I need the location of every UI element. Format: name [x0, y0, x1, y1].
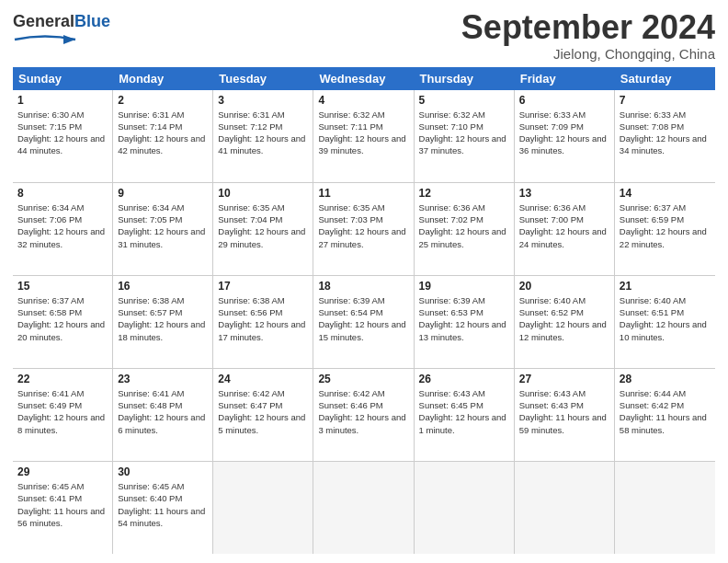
calendar-cell: 20 Sunrise: 6:40 AM Sunset: 6:52 PM Dayl… — [515, 276, 615, 368]
day-number: 14 — [620, 187, 711, 200]
calendar-cell: 19 Sunrise: 6:39 AM Sunset: 6:53 PM Dayl… — [415, 276, 515, 368]
day-number: 23 — [118, 373, 208, 385]
month-title: September 2024 — [461, 9, 715, 46]
sunrise-text: Sunrise: 6:30 AM — [17, 109, 108, 121]
day-number: 5 — [419, 94, 509, 107]
sunset-text: Sunset: 7:15 PM — [17, 121, 108, 132]
daylight-text: Daylight: 12 hours and 10 minutes. — [620, 318, 711, 343]
daylight-text: Daylight: 12 hours and 1 minute. — [419, 411, 509, 436]
daylight-text: Daylight: 12 hours and 12 minutes. — [519, 318, 609, 343]
calendar-row: 1 Sunrise: 6:30 AM Sunset: 7:15 PM Dayli… — [13, 90, 715, 183]
daylight-text: Daylight: 12 hours and 36 minutes. — [519, 132, 609, 157]
calendar-cell: 11 Sunrise: 6:35 AM Sunset: 7:03 PM Dayl… — [313, 183, 414, 275]
day-number: 6 — [519, 94, 609, 107]
daylight-text: Daylight: 12 hours and 20 minutes. — [17, 318, 108, 343]
calendar-cell: 14 Sunrise: 6:37 AM Sunset: 6:59 PM Dayl… — [615, 183, 715, 275]
day-number: 26 — [419, 373, 509, 385]
daylight-text: Daylight: 12 hours and 37 minutes. — [419, 132, 509, 157]
sunrise-text: Sunrise: 6:42 AM — [318, 387, 408, 399]
sunset-text: Sunset: 7:11 PM — [318, 121, 408, 132]
sunset-text: Sunset: 7:09 PM — [519, 121, 609, 132]
day-number: 2 — [118, 94, 208, 107]
day-number: 12 — [419, 187, 509, 200]
calendar-header: SundayMondayTuesdayWednesdayThursdayFrid… — [13, 67, 715, 90]
day-number: 16 — [118, 280, 208, 293]
daylight-text: Daylight: 12 hours and 32 minutes. — [17, 225, 108, 250]
header: GeneralBlue September 2024 Jielong, Chon… — [13, 9, 715, 62]
daylight-text: Daylight: 12 hours and 15 minutes. — [318, 318, 408, 343]
day-number: 30 — [118, 465, 208, 478]
calendar-cell — [213, 462, 313, 554]
sunrise-text: Sunrise: 6:45 AM — [17, 480, 108, 492]
daylight-text: Daylight: 12 hours and 8 minutes. — [17, 411, 108, 436]
sunset-text: Sunset: 6:47 PM — [218, 399, 308, 411]
calendar-cell: 27 Sunrise: 6:43 AM Sunset: 6:43 PM Dayl… — [515, 369, 615, 461]
sunset-text: Sunset: 6:52 PM — [519, 306, 609, 318]
daylight-text: Daylight: 12 hours and 39 minutes. — [318, 132, 408, 157]
day-number: 25 — [318, 373, 408, 385]
sunset-text: Sunset: 6:48 PM — [118, 399, 208, 411]
sunset-text: Sunset: 7:02 PM — [419, 213, 509, 225]
day-number: 27 — [519, 373, 609, 385]
weekday-header: Sunday — [13, 67, 113, 90]
daylight-text: Daylight: 12 hours and 29 minutes. — [218, 225, 308, 250]
calendar-cell — [313, 462, 414, 554]
day-number: 7 — [620, 94, 711, 107]
logo-blue: Blue — [74, 12, 110, 30]
calendar: SundayMondayTuesdayWednesdayThursdayFrid… — [13, 67, 715, 554]
day-number: 1 — [17, 94, 108, 107]
sunrise-text: Sunrise: 6:36 AM — [419, 201, 509, 213]
sunrise-text: Sunrise: 6:31 AM — [118, 109, 208, 121]
sunset-text: Sunset: 7:14 PM — [118, 121, 208, 132]
calendar-cell: 23 Sunrise: 6:41 AM Sunset: 6:48 PM Dayl… — [113, 369, 213, 461]
weekday-header: Friday — [515, 67, 615, 90]
day-number: 21 — [620, 280, 711, 293]
sunrise-text: Sunrise: 6:37 AM — [620, 201, 711, 213]
logo-general: General — [13, 12, 74, 30]
sunrise-text: Sunrise: 6:44 AM — [620, 387, 711, 399]
calendar-cell: 16 Sunrise: 6:38 AM Sunset: 6:57 PM Dayl… — [113, 276, 213, 368]
sunset-text: Sunset: 6:45 PM — [419, 399, 509, 411]
day-number: 10 — [218, 187, 308, 200]
daylight-text: Daylight: 12 hours and 42 minutes. — [118, 132, 208, 157]
daylight-text: Daylight: 12 hours and 44 minutes. — [17, 132, 108, 157]
sunset-text: Sunset: 6:43 PM — [519, 399, 609, 411]
daylight-text: Daylight: 12 hours and 41 minutes. — [218, 132, 308, 157]
sunrise-text: Sunrise: 6:39 AM — [419, 294, 509, 306]
sunset-text: Sunset: 6:46 PM — [318, 399, 408, 411]
sunset-text: Sunset: 6:40 PM — [118, 492, 208, 504]
daylight-text: Daylight: 12 hours and 31 minutes. — [118, 225, 208, 250]
sunrise-text: Sunrise: 6:34 AM — [17, 201, 108, 213]
calendar-cell: 12 Sunrise: 6:36 AM Sunset: 7:02 PM Dayl… — [415, 183, 515, 275]
day-number: 28 — [620, 373, 711, 385]
calendar-cell: 4 Sunrise: 6:32 AM Sunset: 7:11 PM Dayli… — [313, 90, 414, 182]
calendar-cell: 10 Sunrise: 6:35 AM Sunset: 7:04 PM Dayl… — [213, 183, 313, 275]
day-number: 11 — [318, 187, 408, 200]
sunrise-text: Sunrise: 6:39 AM — [318, 294, 408, 306]
daylight-text: Daylight: 11 hours and 56 minutes. — [17, 505, 108, 530]
day-number: 15 — [17, 280, 108, 293]
daylight-text: Daylight: 12 hours and 18 minutes. — [118, 318, 208, 343]
weekday-header: Wednesday — [313, 67, 414, 90]
location: Jielong, Chongqing, China — [461, 46, 715, 62]
day-number: 19 — [419, 280, 509, 293]
calendar-cell: 28 Sunrise: 6:44 AM Sunset: 6:42 PM Dayl… — [615, 369, 715, 461]
daylight-text: Daylight: 12 hours and 3 minutes. — [318, 411, 408, 436]
sunrise-text: Sunrise: 6:36 AM — [519, 201, 609, 213]
calendar-cell: 30 Sunrise: 6:45 AM Sunset: 6:40 PM Dayl… — [113, 462, 213, 554]
sunset-text: Sunset: 6:56 PM — [218, 306, 308, 318]
daylight-text: Daylight: 12 hours and 27 minutes. — [318, 225, 408, 250]
day-number: 17 — [218, 280, 308, 293]
sunrise-text: Sunrise: 6:43 AM — [519, 387, 609, 399]
sunrise-text: Sunrise: 6:40 AM — [620, 294, 711, 306]
logo: GeneralBlue — [13, 13, 110, 52]
sunset-text: Sunset: 7:08 PM — [620, 121, 711, 132]
day-number: 9 — [118, 187, 208, 200]
calendar-cell: 2 Sunrise: 6:31 AM Sunset: 7:14 PM Dayli… — [113, 90, 213, 182]
sunrise-text: Sunrise: 6:35 AM — [318, 201, 408, 213]
daylight-text: Daylight: 12 hours and 24 minutes. — [519, 225, 609, 250]
calendar-cell: 24 Sunrise: 6:42 AM Sunset: 6:47 PM Dayl… — [213, 369, 313, 461]
daylight-text: Daylight: 12 hours and 22 minutes. — [620, 225, 711, 250]
daylight-text: Daylight: 11 hours and 54 minutes. — [118, 505, 208, 530]
calendar-row: 15 Sunrise: 6:37 AM Sunset: 6:58 PM Dayl… — [13, 276, 715, 369]
